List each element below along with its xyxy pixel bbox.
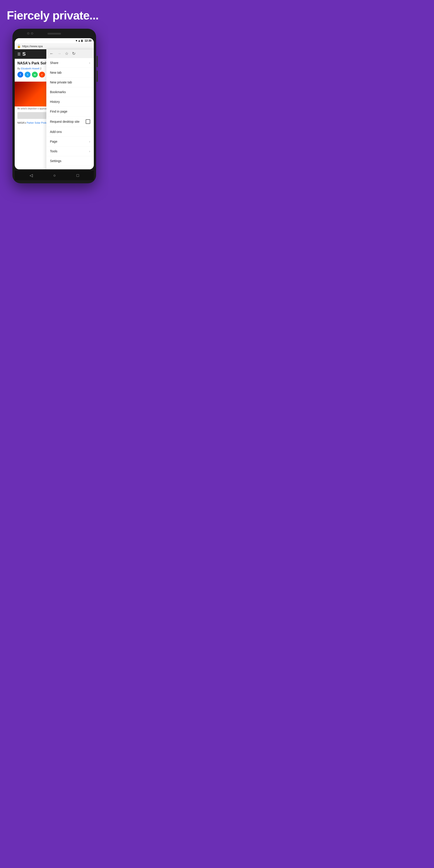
chevron-right-icon: ›: [89, 61, 90, 65]
status-bar: ▾ ▲ ▮ 12:30: [15, 38, 94, 43]
url-field[interactable]: https://www.spa: [22, 44, 92, 48]
back-nav-icon[interactable]: ◁: [30, 173, 33, 178]
browser-address-bar[interactable]: 🔒 https://www.spa: [15, 43, 94, 49]
camera-left-icon: [27, 32, 29, 35]
menu-item-new-private-tab[interactable]: New private tab: [46, 78, 94, 87]
battery-icon: ▮: [81, 39, 83, 42]
menu-item-new-tab-label: New tab: [50, 71, 61, 74]
signal-icon: ▲: [78, 39, 81, 42]
menu-item-find-in-page[interactable]: Find in page: [46, 107, 94, 116]
forward-button[interactable]: →: [57, 51, 61, 56]
menu-item-request-desktop-label: Request desktop site: [50, 120, 80, 123]
menu-item-request-desktop[interactable]: Request desktop site: [46, 116, 94, 127]
bookmark-star-button[interactable]: ☆: [65, 51, 68, 56]
menu-item-add-ons[interactable]: Add-ons: [46, 127, 94, 137]
home-nav-icon[interactable]: ○: [53, 173, 56, 178]
phone-side-button-top: [96, 56, 98, 67]
chevron-right-icon: ›: [89, 149, 90, 153]
dropdown-nav-row: ← → ☆ ↻: [46, 49, 94, 58]
recents-nav-icon[interactable]: □: [76, 173, 79, 178]
lock-icon: 🔒: [17, 44, 21, 48]
menu-item-settings-label: Settings: [50, 159, 61, 163]
status-time: 12:30: [85, 39, 92, 42]
status-icons: ▾ ▲ ▮: [76, 39, 83, 42]
menu-item-add-ons-label: Add-ons: [50, 130, 62, 133]
menu-item-bookmarks-label: Bookmarks: [50, 90, 66, 94]
phone-mockup: ▾ ▲ ▮ 12:30 🔒 https://www.spa ☰ S: [12, 29, 96, 183]
menu-item-tools[interactable]: Tools ›: [46, 147, 94, 156]
menu-item-settings[interactable]: Settings: [46, 156, 94, 166]
twitter-share-button[interactable]: t: [25, 72, 31, 78]
menu-item-history[interactable]: History: [46, 97, 94, 107]
parker-probe-link[interactable]: Parker Solar Probe: [27, 121, 48, 124]
browser-content: ☰ S NASA's Park Solve 500-Y By Elizabeth…: [15, 49, 94, 125]
hamburger-icon[interactable]: ☰: [18, 52, 21, 56]
hero-section: Fiercely private...: [0, 0, 108, 29]
request-desktop-checkbox[interactable]: [86, 119, 90, 124]
phone-bottom-nav: ◁ ○ □: [15, 170, 94, 180]
menu-item-tools-label: Tools: [50, 149, 57, 153]
menu-item-help[interactable]: Help: [46, 166, 94, 169]
menu-item-new-private-tab-label: New private tab: [50, 81, 72, 84]
menu-item-share[interactable]: Share ›: [46, 58, 94, 68]
whatsapp-share-button[interactable]: w: [32, 72, 38, 78]
article-author-link[interactable]: Elizabeth Howell: [21, 67, 39, 70]
wifi-icon: ▾: [76, 39, 77, 42]
phone-top: [15, 32, 94, 36]
context-menu: ← → ☆ ↻ Share › New tab New private ta: [46, 49, 94, 169]
site-logo: S: [22, 51, 26, 57]
hero-title: Fiercely private...: [7, 9, 102, 22]
menu-item-page-label: Page: [50, 140, 57, 143]
phone-container: ▾ ▲ ▮ 12:30 🔒 https://www.spa ☰ S: [0, 29, 108, 183]
phone-screen: ▾ ▲ ▮ 12:30 🔒 https://www.spa ☰ S: [15, 38, 94, 169]
menu-item-help-label: Help: [50, 169, 57, 169]
chevron-right-icon: ›: [89, 140, 90, 143]
menu-item-history-label: History: [50, 100, 60, 103]
menu-item-share-label: Share: [50, 61, 58, 65]
back-button[interactable]: ←: [50, 51, 54, 56]
menu-item-new-tab[interactable]: New tab: [46, 68, 94, 78]
menu-item-bookmarks[interactable]: Bookmarks: [46, 87, 94, 97]
menu-item-page[interactable]: Page ›: [46, 137, 94, 147]
facebook-share-button[interactable]: f: [18, 72, 23, 78]
phone-speaker: [48, 33, 61, 35]
camera-right-icon: [31, 32, 33, 35]
phone-side-button-bottom: [96, 70, 98, 82]
menu-item-find-in-page-label: Find in page: [50, 110, 67, 113]
refresh-button[interactable]: ↻: [72, 51, 75, 56]
reddit-share-button[interactable]: r: [39, 72, 45, 78]
